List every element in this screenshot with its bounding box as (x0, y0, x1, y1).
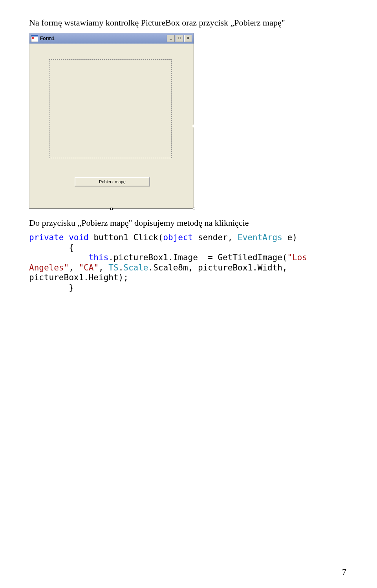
picturebox-placeholder (49, 59, 172, 158)
brace-open: { (29, 243, 74, 252)
window-title: Form1 (40, 36, 55, 41)
resize-handle-corner[interactable] (193, 208, 195, 210)
indent (29, 253, 89, 262)
page-number: 7 (342, 567, 346, 577)
maximize-button[interactable]: □ (176, 35, 183, 42)
comma1: , (69, 263, 79, 272)
param-e: e) (282, 233, 297, 242)
window-titlebar: Form1 _ □ X (29, 33, 194, 44)
method-name: button1_Click( (89, 233, 163, 242)
intro-paragraph-1: Na formę wstawiamy kontrolkę PictureBox … (29, 17, 348, 28)
brace-close: } (29, 283, 74, 292)
kw-void: void (69, 233, 89, 242)
pb-assign: .pictureBox1.Image = GetTiledImage( (108, 253, 287, 262)
resize-handle-right[interactable] (193, 125, 195, 127)
kw-private: private (29, 233, 64, 242)
kw-this: this (89, 253, 109, 262)
last-line: pictureBox1.Height); (29, 273, 128, 282)
type-ts: TS (108, 263, 118, 272)
window-buttons: _ □ X (167, 35, 192, 42)
pobierz-mape-button[interactable]: Pobierz mapę (75, 177, 150, 186)
kw-object: object (163, 233, 193, 242)
form-client-area: Pobierz mapę (29, 44, 194, 208)
string-ca: "CA" (79, 263, 99, 272)
comma2: , (99, 263, 108, 272)
resize-handle-bottom[interactable] (110, 208, 113, 210)
intro-paragraph-2: Do przycisku „Pobierz mapę" dopisujemy m… (29, 217, 348, 228)
form-designer-screenshot: Form1 _ □ X Pobierz mapę (29, 33, 194, 209)
form-icon (31, 35, 38, 42)
titlebar-left: Form1 (31, 35, 55, 42)
dot: . (119, 263, 124, 272)
code-block: private void button1_Click(object sender… (29, 233, 348, 293)
close-button[interactable]: X (184, 35, 192, 42)
rest-args: .Scale8m, pictureBox1.Width, (148, 263, 293, 272)
minimize-button[interactable]: _ (167, 35, 175, 42)
param-sender: sender, (193, 233, 238, 242)
type-scale: Scale (123, 263, 148, 272)
type-eventargs: EventArgs (238, 233, 282, 242)
